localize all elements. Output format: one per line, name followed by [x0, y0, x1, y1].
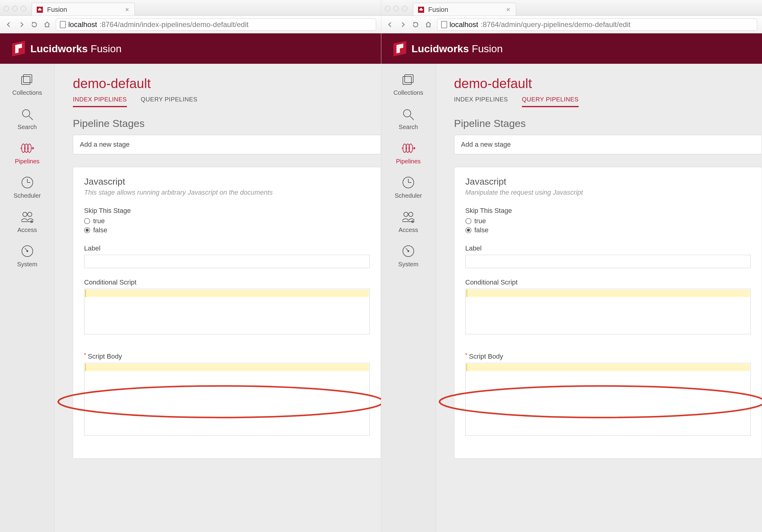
fusion-favicon-icon: [418, 7, 424, 13]
stage-card: Javascript Manipulate the request using …: [454, 167, 762, 459]
url-host: localhost: [450, 20, 479, 29]
skip-stage-label: Skip This Stage: [465, 207, 751, 215]
page-title: demo-default: [73, 76, 381, 91]
skip-false-radio[interactable]: false: [84, 226, 370, 234]
forward-button[interactable]: [399, 21, 407, 29]
reload-button[interactable]: [30, 21, 38, 29]
browser-window-1: Fusion × localhost:8764/admin/query-pipe…: [381, 0, 762, 532]
sidebar: Collections Search Pipelines Scheduler A…: [0, 64, 55, 532]
sidebar-item-label: System: [398, 261, 419, 268]
sidebar-item-system[interactable]: System: [17, 244, 38, 268]
sidebar-item-label: Scheduler: [395, 192, 422, 199]
pipeline-tabs: INDEX PIPELINES QUERY PIPELINES: [454, 96, 762, 107]
zoom-window-button[interactable]: [21, 6, 26, 11]
tab-query pipelines[interactable]: QUERY PIPELINES: [522, 96, 578, 107]
sidebar-item-search[interactable]: Search: [399, 107, 418, 130]
tab-close-icon[interactable]: ×: [506, 6, 510, 14]
add-stage-button[interactable]: Add a new stage: [73, 135, 381, 154]
label-input[interactable]: [465, 255, 751, 268]
conditional-script-label: Conditional Script: [465, 278, 751, 286]
zoom-window-button[interactable]: [402, 6, 408, 11]
search-icon: [400, 107, 417, 121]
section-title: Pipeline Stages: [454, 117, 762, 129]
access-icon: [400, 209, 417, 224]
scheduler-icon: [19, 175, 36, 190]
svg-point-13: [28, 212, 32, 216]
skip-stage-label: Skip This Stage: [84, 207, 370, 215]
radio-icon: [465, 227, 472, 233]
sidebar-item-access[interactable]: Access: [399, 209, 418, 234]
tab-close-icon[interactable]: ×: [125, 6, 129, 14]
tab-title: Fusion: [428, 6, 448, 14]
script-body-field: *Script Body: [465, 352, 751, 436]
tab-index pipelines[interactable]: INDEX PIPELINES: [73, 96, 127, 107]
svg-point-22: [404, 110, 411, 117]
browser-toolbar: localhost:8764/admin/query-pipelines/dem…: [381, 16, 762, 34]
search-icon: [19, 107, 36, 121]
sidebar-item-pipelines[interactable]: Pipelines: [15, 141, 39, 165]
minimize-window-button[interactable]: [394, 6, 399, 11]
script-body-field: *Script Body: [84, 352, 370, 436]
svg-rect-0: [22, 77, 30, 84]
skip-true-radio[interactable]: true: [465, 217, 751, 225]
app-body: Collections Search Pipelines Scheduler A…: [0, 64, 381, 532]
svg-line-23: [410, 116, 414, 120]
back-button[interactable]: [5, 21, 13, 29]
browser-tab[interactable]: Fusion ×: [32, 3, 135, 16]
radio-label: true: [93, 217, 105, 225]
main-content: demo-default INDEX PIPELINES QUERY PIPEL…: [55, 64, 381, 532]
script-body-editor[interactable]: [84, 363, 370, 436]
svg-rect-21: [405, 75, 413, 83]
app-body: Collections Search Pipelines Scheduler A…: [381, 64, 762, 532]
access-icon: [19, 209, 36, 224]
skip-true-radio[interactable]: true: [84, 217, 370, 225]
sidebar-item-scheduler[interactable]: Scheduler: [13, 175, 41, 199]
address-bar[interactable]: localhost:8764/admin/index-pipelines/dem…: [56, 19, 376, 31]
close-window-button[interactable]: [385, 6, 390, 11]
lucidworks-logo-icon: [12, 42, 25, 55]
traffic-lights: [4, 6, 26, 11]
conditional-script-editor[interactable]: [84, 289, 370, 334]
back-button[interactable]: [386, 21, 394, 29]
radio-label: true: [475, 217, 486, 225]
app-logo-text: Lucidworks Fusion: [412, 43, 503, 55]
address-bar[interactable]: localhost:8764/admin/query-pipelines/dem…: [437, 19, 757, 31]
home-button[interactable]: [43, 21, 51, 29]
page-icon: [441, 21, 447, 28]
sidebar-item-label: Pipelines: [396, 158, 420, 165]
sidebar-item-pipelines[interactable]: Pipelines: [396, 141, 420, 165]
sidebar: Collections Search Pipelines Scheduler A…: [381, 64, 436, 532]
close-window-button[interactable]: [4, 6, 9, 11]
browser-tab[interactable]: Fusion ×: [413, 3, 516, 16]
forward-button[interactable]: [18, 21, 26, 29]
tab-query pipelines[interactable]: QUERY PIPELINES: [141, 96, 197, 107]
svg-point-2: [23, 110, 30, 117]
app-logo-text: Lucidworks Fusion: [30, 43, 121, 55]
collections-icon: [400, 72, 417, 87]
stage-name: Javascript: [84, 177, 370, 187]
tab-index pipelines[interactable]: INDEX PIPELINES: [454, 96, 508, 107]
sidebar-item-label: Pipelines: [15, 158, 39, 165]
sidebar-item-scheduler[interactable]: Scheduler: [395, 175, 422, 199]
sidebar-item-collections[interactable]: Collections: [13, 72, 42, 96]
sidebar-item-access[interactable]: Access: [17, 209, 37, 234]
window-titlebar: Fusion ×: [381, 0, 762, 16]
svg-rect-1: [23, 75, 32, 83]
svg-point-38: [408, 251, 409, 252]
script-body-editor[interactable]: [465, 363, 751, 436]
url-path: :8764/admin/query-pipelines/demo-default…: [481, 20, 631, 29]
label-field: Label: [465, 245, 751, 268]
conditional-script-editor[interactable]: [465, 289, 751, 334]
sidebar-item-label: Collections: [13, 89, 42, 96]
tab-title: Fusion: [47, 6, 67, 14]
skip-false-radio[interactable]: false: [465, 226, 751, 234]
home-button[interactable]: [424, 21, 432, 29]
sidebar-item-collections[interactable]: Collections: [394, 72, 423, 96]
add-stage-button[interactable]: Add a new stage: [454, 135, 762, 154]
sidebar-item-system[interactable]: System: [398, 244, 419, 268]
label-input[interactable]: [84, 255, 370, 268]
window-titlebar: Fusion ×: [0, 0, 381, 16]
sidebar-item-search[interactable]: Search: [18, 107, 37, 130]
minimize-window-button[interactable]: [12, 6, 18, 11]
reload-button[interactable]: [412, 21, 419, 29]
